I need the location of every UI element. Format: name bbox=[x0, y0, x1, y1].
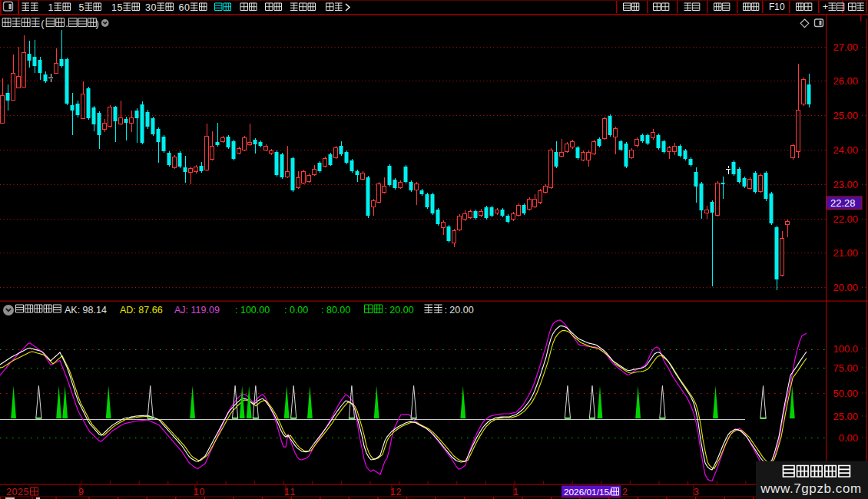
svg-text:22.00: 22.00 bbox=[833, 213, 858, 225]
svg-text:AD: 87.66: AD: 87.66 bbox=[120, 305, 163, 316]
svg-text:1: 1 bbox=[774, 2, 780, 12]
svg-text:9: 9 bbox=[78, 487, 84, 497]
svg-text:0: 0 bbox=[184, 2, 190, 13]
svg-text:0: 0 bbox=[780, 2, 785, 12]
svg-text:: 20.00: : 20.00 bbox=[444, 305, 473, 316]
svg-text:20.00: 20.00 bbox=[833, 282, 858, 293]
svg-text:1: 1 bbox=[513, 487, 518, 497]
svg-text:1: 1 bbox=[290, 487, 296, 497]
svg-text:1: 1 bbox=[111, 2, 117, 13]
svg-text:21.00: 21.00 bbox=[833, 247, 858, 259]
svg-text:: 20.00: : 20.00 bbox=[384, 305, 413, 316]
svg-text:): ) bbox=[96, 18, 99, 29]
svg-text:www.7gpzb.com: www.7gpzb.com bbox=[760, 481, 862, 496]
svg-text:1: 1 bbox=[284, 487, 290, 497]
svg-text:0: 0 bbox=[151, 2, 157, 13]
svg-text:5: 5 bbox=[24, 487, 29, 497]
svg-text:1: 1 bbox=[194, 487, 199, 497]
svg-text:2: 2 bbox=[18, 487, 23, 497]
svg-text:: 80.00: : 80.00 bbox=[321, 305, 350, 316]
svg-text:AK: 98.14: AK: 98.14 bbox=[65, 305, 107, 316]
svg-text:3: 3 bbox=[694, 487, 699, 497]
svg-text:2026/01/15/: 2026/01/15/ bbox=[564, 487, 612, 497]
svg-text:0: 0 bbox=[12, 487, 18, 497]
svg-text:50.00: 50.00 bbox=[833, 388, 858, 399]
svg-text:25.00: 25.00 bbox=[833, 110, 858, 121]
svg-text:0: 0 bbox=[200, 487, 205, 497]
svg-text:23.00: 23.00 bbox=[833, 179, 858, 190]
svg-text:75.00: 75.00 bbox=[833, 362, 858, 374]
svg-text:0.00: 0.00 bbox=[839, 432, 858, 444]
svg-text:3: 3 bbox=[145, 2, 151, 13]
svg-text:: 100.00: : 100.00 bbox=[235, 305, 270, 316]
svg-text:: 0.00: : 0.00 bbox=[284, 305, 308, 316]
svg-text:AJ: 119.09: AJ: 119.09 bbox=[174, 305, 220, 316]
svg-text:1: 1 bbox=[48, 2, 54, 13]
svg-text:27.00: 27.00 bbox=[833, 41, 858, 53]
svg-text:2: 2 bbox=[622, 487, 628, 497]
svg-text:5: 5 bbox=[79, 2, 84, 13]
svg-text:(: ( bbox=[41, 18, 45, 29]
svg-text:1: 1 bbox=[390, 487, 396, 497]
svg-text:24.00: 24.00 bbox=[833, 144, 858, 156]
svg-text:2: 2 bbox=[396, 487, 402, 497]
svg-text:22.28: 22.28 bbox=[830, 197, 856, 209]
svg-text:2: 2 bbox=[6, 487, 12, 497]
svg-text:+: + bbox=[823, 2, 828, 12]
svg-text:26.00: 26.00 bbox=[833, 75, 858, 87]
svg-text:6: 6 bbox=[179, 2, 184, 13]
svg-text:25.00: 25.00 bbox=[833, 411, 858, 422]
svg-text:100.0: 100.0 bbox=[833, 343, 858, 355]
svg-text:.: . bbox=[65, 18, 68, 29]
svg-text:5: 5 bbox=[118, 2, 123, 13]
